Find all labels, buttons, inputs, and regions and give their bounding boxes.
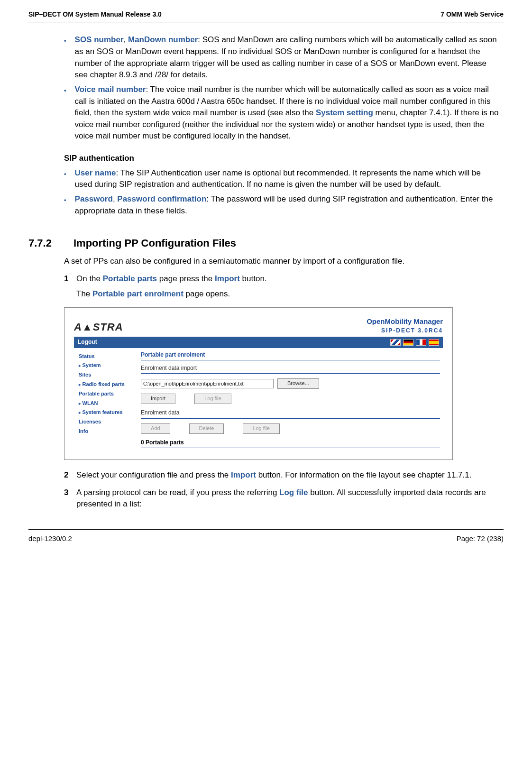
logfile-button-2[interactable]: Log file [243,423,279,434]
step-1: 1 On the Portable parts page press the I… [64,273,499,285]
flag-es-icon[interactable] [429,339,439,346]
nav-info[interactable]: Info [79,427,136,436]
section-import-label: Enrolment data import [141,364,440,374]
link-logfile: Log file [279,488,308,497]
logfile-button-1[interactable]: Log file [194,394,231,404]
nav-rfp[interactable]: Radio fixed parts [79,380,136,389]
bullet-text: User name: The SIP Authentication user n… [75,167,499,191]
bullet-password: • Password, Password confirmation: The p… [64,193,499,217]
header-left: SIP–DECT OM System Manual Release 3.0 [28,9,162,19]
step-number: 3 [64,487,76,510]
logo-aastra: A▲STRA [74,320,123,335]
term-password-confirm: Password confirmation [117,194,206,203]
term-sos: SOS number [75,35,124,44]
nav-status[interactable]: Status [79,352,136,361]
step-3: 3 A parsing protocol can be read, if you… [64,487,499,510]
nav-wlan[interactable]: WLAN [79,399,136,408]
step-2: 2 Select your configuration file and pre… [64,469,499,481]
nav-pp[interactable]: Portable parts [79,389,136,399]
footer-rule [28,529,504,530]
screenshot-enrolment: A▲STRA OpenMobility Manager SIP-DECT 3.0… [64,307,504,460]
bullet-text: Voice mail number: The voice mail number… [75,84,499,142]
section-intro: A set of PPs can also be configured in a… [64,256,499,267]
step-1-result: The Portable part enrolment page opens. [76,288,499,300]
language-flags [390,339,439,346]
page-header: SIP–DECT OM System Manual Release 3.0 7 … [28,9,504,21]
section-heading: 7.7.2 Importing PP Configuration Files [28,236,504,251]
link-portable-parts: Portable parts [103,274,157,283]
footer-right: Page: 72 (238) [457,533,504,544]
import-button[interactable]: Import [141,394,175,404]
section-title: Importing PP Configuration Files [73,236,236,251]
flag-uk-icon[interactable] [390,339,401,346]
nav-system[interactable]: System [79,361,136,370]
brand-version: SIP-DECT 3.0RC4 [367,327,443,335]
section-number: 7.7.2 [28,236,73,251]
footer-left: depl-1230/0.2 [28,533,72,544]
link-system-setting: System setting [316,108,373,117]
sip-auth-heading: SIP authentication [64,153,504,165]
file-path-input[interactable] [141,379,274,388]
bullet-username: • User name: The SIP Authentication user… [64,167,499,191]
term-mandown: ManDown number [128,35,198,44]
bullet-text: SOS number, ManDown number: SOS and ManD… [75,34,499,81]
link-import-2: Import [231,470,256,479]
section-data-label: Enrolment data [141,409,440,418]
link-pp-enrolment: Portable part enrolment [92,289,183,298]
bullet-text: Password, Password confirmation: The pas… [75,193,499,217]
delete-button[interactable]: Delete [189,423,224,434]
nav-system-features[interactable]: System features [79,408,136,417]
sidebar-nav: Status System Sites Radio fixed parts Po… [74,348,138,451]
header-right: 7 OMM Web Service [440,9,504,19]
step-number: 1 [64,273,76,285]
panel-title: Portable part enrolment [141,351,440,360]
term-password: Password [75,194,113,203]
link-import: Import [215,274,240,283]
browse-button[interactable]: Browse... [277,378,319,389]
nav-licenses[interactable]: Licenses [79,417,136,427]
bullet-icon: • [64,37,66,81]
bullet-icon: • [64,170,66,191]
bullet-sos: • SOS number, ManDown number: SOS and Ma… [64,34,499,81]
brand-title: OpenMobility Manager [367,316,443,327]
bullet-icon: • [64,196,66,217]
add-button[interactable]: Add [141,423,170,434]
bullet-icon: • [64,86,66,142]
step-number: 2 [64,469,76,481]
logout-link[interactable]: Logout [78,338,97,346]
term-username: User name [75,168,116,177]
nav-sites[interactable]: Sites [79,370,136,380]
page-footer: depl-1230/0.2 Page: 72 (238) [28,533,504,544]
flag-fr-icon[interactable] [416,339,426,346]
header-rule [28,22,504,22]
flag-de-icon[interactable] [403,339,413,346]
bullet-voicemail: • Voice mail number: The voice mail numb… [64,84,499,142]
term-voicemail: Voice mail number [75,85,146,94]
pp-count: 0 Portable parts [141,439,440,448]
